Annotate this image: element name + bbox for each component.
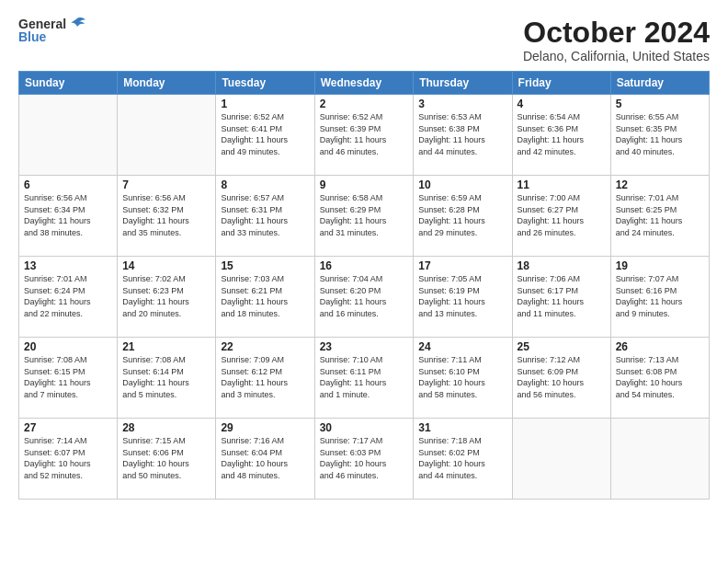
day-info: Sunrise: 7:08 AM Sunset: 6:14 PM Dayligh…: [122, 354, 210, 400]
calendar-cell: 11Sunrise: 7:00 AM Sunset: 6:27 PM Dayli…: [512, 176, 610, 257]
calendar-cell: 12Sunrise: 7:01 AM Sunset: 6:25 PM Dayli…: [610, 176, 709, 257]
day-info: Sunrise: 6:53 AM Sunset: 6:38 PM Dayligh…: [418, 111, 506, 157]
day-number: 1: [221, 98, 309, 110]
day-info: Sunrise: 6:57 AM Sunset: 6:31 PM Dayligh…: [221, 192, 309, 238]
day-info: Sunrise: 6:56 AM Sunset: 6:32 PM Dayligh…: [122, 192, 210, 238]
calendar-cell: 25Sunrise: 7:12 AM Sunset: 6:09 PM Dayli…: [512, 338, 610, 419]
day-info: Sunrise: 6:52 AM Sunset: 6:41 PM Dayligh…: [221, 111, 309, 157]
day-number: 11: [518, 178, 606, 191]
day-number: 10: [418, 178, 506, 191]
calendar-cell: 29Sunrise: 7:16 AM Sunset: 6:04 PM Dayli…: [216, 419, 314, 500]
calendar-table: SundayMondayTuesdayWednesdayThursdayFrid…: [18, 71, 710, 500]
day-info: Sunrise: 7:01 AM Sunset: 6:24 PM Dayligh…: [24, 273, 112, 319]
day-number: 22: [221, 340, 309, 353]
page-header: General Blue October 2024 Delano, Califo…: [18, 17, 710, 63]
day-info: Sunrise: 7:13 AM Sunset: 6:08 PM Dayligh…: [616, 354, 704, 400]
calendar-week-row: 27Sunrise: 7:14 AM Sunset: 6:07 PM Dayli…: [19, 419, 710, 500]
day-number: 13: [24, 259, 112, 272]
calendar-cell: [512, 419, 610, 500]
calendar-cell: 6Sunrise: 6:56 AM Sunset: 6:34 PM Daylig…: [19, 176, 118, 257]
calendar-week-row: 20Sunrise: 7:08 AM Sunset: 6:15 PM Dayli…: [19, 338, 710, 419]
calendar-cell: [19, 95, 118, 176]
calendar-cell: 8Sunrise: 6:57 AM Sunset: 6:31 PM Daylig…: [216, 176, 314, 257]
day-info: Sunrise: 7:10 AM Sunset: 6:11 PM Dayligh…: [320, 354, 409, 400]
calendar-cell: 20Sunrise: 7:08 AM Sunset: 6:15 PM Dayli…: [19, 338, 118, 419]
calendar-cell: 4Sunrise: 6:54 AM Sunset: 6:36 PM Daylig…: [512, 95, 610, 176]
calendar-week-row: 6Sunrise: 6:56 AM Sunset: 6:34 PM Daylig…: [19, 176, 710, 257]
calendar-cell: 10Sunrise: 6:59 AM Sunset: 6:28 PM Dayli…: [414, 176, 512, 257]
day-info: Sunrise: 7:05 AM Sunset: 6:19 PM Dayligh…: [418, 273, 506, 319]
day-number: 2: [320, 98, 409, 110]
day-number: 18: [518, 259, 606, 272]
day-of-week-header: Tuesday: [216, 72, 314, 95]
calendar-cell: 7Sunrise: 6:56 AM Sunset: 6:32 PM Daylig…: [118, 176, 216, 257]
calendar-cell: 3Sunrise: 6:53 AM Sunset: 6:38 PM Daylig…: [414, 95, 512, 176]
calendar-cell: 23Sunrise: 7:10 AM Sunset: 6:11 PM Dayli…: [314, 338, 414, 419]
calendar-cell: 9Sunrise: 6:58 AM Sunset: 6:29 PM Daylig…: [314, 176, 414, 257]
calendar-cell: [610, 419, 709, 500]
month-title: October 2024: [523, 17, 710, 49]
day-info: Sunrise: 6:54 AM Sunset: 6:36 PM Dayligh…: [518, 111, 606, 157]
day-number: 4: [518, 98, 606, 110]
day-of-week-header: Friday: [512, 72, 610, 95]
calendar-cell: 28Sunrise: 7:15 AM Sunset: 6:06 PM Dayli…: [118, 419, 216, 500]
calendar-cell: 17Sunrise: 7:05 AM Sunset: 6:19 PM Dayli…: [414, 257, 512, 338]
calendar-cell: 26Sunrise: 7:13 AM Sunset: 6:08 PM Dayli…: [610, 338, 709, 419]
day-number: 19: [616, 259, 704, 272]
day-of-week-header: Monday: [118, 72, 216, 95]
day-number: 15: [221, 259, 309, 272]
calendar-cell: 22Sunrise: 7:09 AM Sunset: 6:12 PM Dayli…: [216, 338, 314, 419]
day-of-week-header: Saturday: [610, 72, 709, 95]
calendar-week-row: 1Sunrise: 6:52 AM Sunset: 6:41 PM Daylig…: [19, 95, 710, 176]
day-number: 26: [616, 340, 704, 353]
day-number: 12: [616, 178, 704, 191]
day-number: 14: [122, 259, 210, 272]
day-number: 25: [518, 340, 606, 353]
day-number: 24: [418, 340, 506, 353]
day-number: 8: [221, 178, 309, 191]
day-info: Sunrise: 7:12 AM Sunset: 6:09 PM Dayligh…: [518, 354, 606, 400]
calendar-cell: [118, 95, 216, 176]
logo-blue-text: Blue: [18, 29, 46, 44]
day-number: 7: [122, 178, 210, 191]
calendar-header-row: SundayMondayTuesdayWednesdayThursdayFrid…: [19, 72, 710, 95]
calendar-cell: 30Sunrise: 7:17 AM Sunset: 6:03 PM Dayli…: [314, 419, 414, 500]
day-number: 21: [122, 340, 210, 353]
day-info: Sunrise: 7:04 AM Sunset: 6:20 PM Dayligh…: [320, 273, 409, 319]
calendar-cell: 18Sunrise: 7:06 AM Sunset: 6:17 PM Dayli…: [512, 257, 610, 338]
day-info: Sunrise: 7:16 AM Sunset: 6:04 PM Dayligh…: [221, 435, 309, 481]
day-number: 16: [320, 259, 409, 272]
calendar-cell: 24Sunrise: 7:11 AM Sunset: 6:10 PM Dayli…: [414, 338, 512, 419]
day-number: 20: [24, 340, 112, 353]
day-info: Sunrise: 6:52 AM Sunset: 6:39 PM Dayligh…: [320, 111, 409, 157]
day-number: 17: [418, 259, 506, 272]
day-info: Sunrise: 6:55 AM Sunset: 6:35 PM Dayligh…: [616, 111, 704, 157]
day-number: 28: [122, 421, 210, 434]
calendar-cell: 16Sunrise: 7:04 AM Sunset: 6:20 PM Dayli…: [314, 257, 414, 338]
day-info: Sunrise: 7:00 AM Sunset: 6:27 PM Dayligh…: [518, 192, 606, 238]
day-info: Sunrise: 6:59 AM Sunset: 6:28 PM Dayligh…: [418, 192, 506, 238]
day-of-week-header: Sunday: [19, 72, 118, 95]
location: Delano, California, United States: [523, 49, 710, 63]
day-info: Sunrise: 7:15 AM Sunset: 6:06 PM Dayligh…: [122, 435, 210, 481]
day-info: Sunrise: 7:09 AM Sunset: 6:12 PM Dayligh…: [221, 354, 309, 400]
day-info: Sunrise: 7:01 AM Sunset: 6:25 PM Dayligh…: [616, 192, 704, 238]
calendar-cell: 21Sunrise: 7:08 AM Sunset: 6:14 PM Dayli…: [118, 338, 216, 419]
day-info: Sunrise: 7:06 AM Sunset: 6:17 PM Dayligh…: [518, 273, 606, 319]
calendar-cell: 1Sunrise: 6:52 AM Sunset: 6:41 PM Daylig…: [216, 95, 314, 176]
day-number: 30: [320, 421, 409, 434]
logo: General Blue: [18, 17, 86, 44]
day-info: Sunrise: 7:14 AM Sunset: 6:07 PM Dayligh…: [24, 435, 112, 481]
calendar-cell: 2Sunrise: 6:52 AM Sunset: 6:39 PM Daylig…: [314, 95, 414, 176]
calendar-cell: 14Sunrise: 7:02 AM Sunset: 6:23 PM Dayli…: [118, 257, 216, 338]
day-info: Sunrise: 7:07 AM Sunset: 6:16 PM Dayligh…: [616, 273, 704, 319]
calendar-cell: 13Sunrise: 7:01 AM Sunset: 6:24 PM Dayli…: [19, 257, 118, 338]
day-number: 27: [24, 421, 112, 434]
day-info: Sunrise: 7:11 AM Sunset: 6:10 PM Dayligh…: [418, 354, 506, 400]
calendar-cell: 27Sunrise: 7:14 AM Sunset: 6:07 PM Dayli…: [19, 419, 118, 500]
day-number: 9: [320, 178, 409, 191]
calendar-cell: 5Sunrise: 6:55 AM Sunset: 6:35 PM Daylig…: [610, 95, 709, 176]
day-info: Sunrise: 7:02 AM Sunset: 6:23 PM Dayligh…: [122, 273, 210, 319]
logo-bird-icon: [68, 17, 86, 31]
day-number: 3: [418, 98, 506, 110]
